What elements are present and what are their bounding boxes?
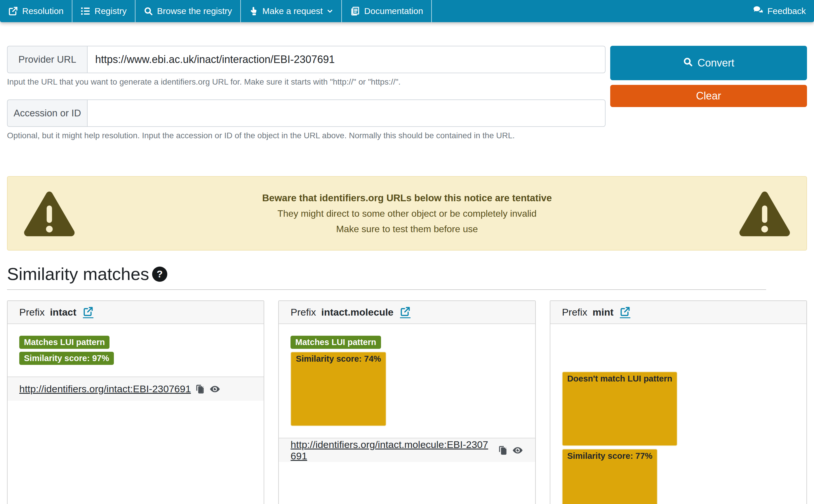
page-title: Similarity matches bbox=[7, 264, 149, 284]
warning-triangle-icon bbox=[737, 189, 792, 238]
tentative-warning-banner: Beware that identifiers.org URLs below t… bbox=[7, 176, 807, 251]
card-body: Matches LUI pattern Similarity score: 74… bbox=[279, 324, 535, 438]
external-link-icon[interactable] bbox=[83, 306, 93, 318]
prefix-word: Prefix bbox=[19, 307, 45, 318]
nav-item-browse-registry[interactable]: Browse the registry bbox=[135, 0, 241, 22]
nav-item-resolution[interactable]: Resolution bbox=[0, 0, 72, 22]
help-icon[interactable]: ? bbox=[152, 267, 167, 282]
search-icon bbox=[144, 6, 153, 16]
prefix-name: mint bbox=[593, 307, 614, 318]
lui-pattern-badge: Doesn't match LUI pattern bbox=[562, 372, 678, 446]
nav-item-documentation[interactable]: Documentation bbox=[342, 0, 432, 22]
external-link-icon[interactable] bbox=[400, 306, 411, 318]
clear-button[interactable]: Clear bbox=[610, 85, 807, 107]
lui-pattern-badge: Matches LUI pattern bbox=[291, 336, 381, 349]
card-body: Doesn't match LUI pattern Similarity sco… bbox=[550, 324, 806, 504]
form-inputs-column: Provider URL Input the URL that you want… bbox=[7, 46, 605, 140]
prefix-word: Prefix bbox=[562, 307, 587, 318]
provider-url-group: Provider URL bbox=[7, 46, 605, 73]
external-link-icon[interactable] bbox=[620, 306, 631, 318]
warning-line-2: They might direct to some other object o… bbox=[77, 208, 737, 219]
hand-point-up-icon bbox=[249, 6, 259, 16]
nav-item-label: Documentation bbox=[364, 6, 423, 16]
clear-button-label: Clear bbox=[696, 90, 721, 102]
warning-text-block: Beware that identifiers.org URLs below t… bbox=[77, 193, 737, 235]
convert-button-label: Convert bbox=[698, 57, 734, 69]
eye-icon[interactable] bbox=[512, 445, 523, 456]
accession-label: Accession or ID bbox=[7, 99, 87, 127]
resolved-url-link[interactable]: http://identifiers.org/intact.molecule:E… bbox=[291, 439, 493, 462]
top-navbar: Resolution Registry Browse the registry bbox=[0, 0, 814, 22]
external-link-icon bbox=[8, 6, 18, 16]
nav-item-make-request[interactable]: Make a request bbox=[241, 0, 342, 22]
nav-item-label: Feedback bbox=[767, 6, 806, 16]
nav-item-label: Resolution bbox=[22, 6, 64, 16]
provider-url-help-text: Input the URL that you want to generate … bbox=[7, 77, 605, 87]
comments-icon bbox=[753, 5, 763, 17]
similarity-score-badge: Similarity score: 74% bbox=[291, 352, 386, 426]
copy-icon[interactable] bbox=[195, 384, 205, 394]
prefix-word: Prefix bbox=[291, 307, 316, 318]
form-buttons-column: Convert Clear bbox=[610, 46, 807, 140]
eye-icon[interactable] bbox=[209, 383, 221, 395]
nav-item-feedback[interactable]: Feedback bbox=[753, 5, 806, 17]
accession-input[interactable] bbox=[87, 99, 605, 127]
chevron-down-icon bbox=[327, 8, 333, 14]
prefix-name: intact.molecule bbox=[321, 307, 394, 318]
copy-icon[interactable] bbox=[498, 445, 508, 455]
card-footer: http://identifiers.org/intact:EBI-230769… bbox=[8, 377, 264, 401]
prefix-card-intact: Prefix intact Matches LUI pattern Simila… bbox=[7, 300, 264, 504]
accession-help-text: Optional, but it might help resolution. … bbox=[7, 131, 605, 140]
nav-item-label: Browse the registry bbox=[157, 6, 232, 16]
list-icon bbox=[81, 6, 90, 16]
card-header: Prefix intact bbox=[8, 301, 264, 324]
similarity-cards-grid: Prefix intact Matches LUI pattern Simila… bbox=[7, 300, 807, 504]
nav-item-label: Registry bbox=[95, 6, 127, 16]
resolved-url-link[interactable]: http://identifiers.org/intact:EBI-230769… bbox=[19, 383, 191, 395]
prefix-name: intact bbox=[50, 307, 76, 318]
provider-url-input[interactable] bbox=[87, 46, 605, 73]
nav-right-group: Feedback bbox=[753, 0, 814, 22]
similarity-header: Similarity matches ? bbox=[7, 264, 807, 284]
card-footer: http://identifiers.org/intact.molecule:E… bbox=[279, 438, 535, 462]
documentation-icon bbox=[350, 6, 360, 16]
main-content: Provider URL Input the URL that you want… bbox=[0, 46, 814, 504]
card-header: Prefix mint bbox=[550, 301, 806, 324]
similarity-score-badge: Similarity score: 97% bbox=[19, 352, 114, 365]
warning-triangle-icon bbox=[22, 189, 77, 238]
converter-form: Provider URL Input the URL that you want… bbox=[7, 46, 807, 140]
section-divider bbox=[7, 289, 766, 290]
similarity-score-badge: Similarity score: 77% bbox=[562, 449, 658, 504]
convert-button[interactable]: Convert bbox=[610, 46, 807, 80]
prefix-card-intact-molecule: Prefix intact.molecule Matches LUI patte… bbox=[278, 300, 535, 504]
nav-item-label: Make a request bbox=[263, 6, 323, 16]
prefix-card-mint: Prefix mint Doesn't match LUI pattern Si… bbox=[550, 300, 807, 504]
search-icon bbox=[683, 57, 693, 69]
provider-url-label: Provider URL bbox=[7, 46, 87, 73]
card-header: Prefix intact.molecule bbox=[279, 301, 535, 324]
nav-left-group: Resolution Registry Browse the registry bbox=[0, 0, 432, 22]
nav-item-registry[interactable]: Registry bbox=[72, 0, 135, 22]
card-body: Matches LUI pattern Similarity score: 97… bbox=[8, 324, 264, 377]
lui-pattern-badge: Matches LUI pattern bbox=[19, 336, 109, 349]
warning-line-1: Beware that identifiers.org URLs below t… bbox=[77, 193, 737, 204]
accession-group: Accession or ID bbox=[7, 99, 605, 127]
warning-line-3: Make sure to test them before use bbox=[77, 224, 737, 235]
